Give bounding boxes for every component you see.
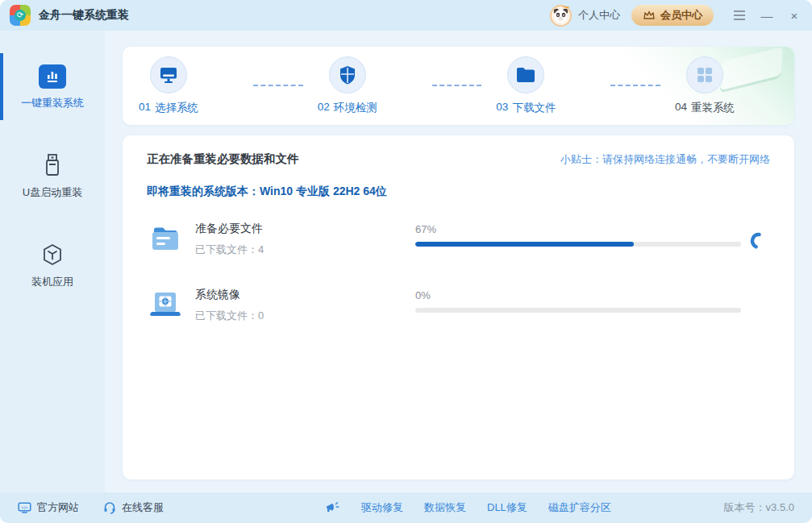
user-center-link[interactable]: 个人中心 bbox=[578, 8, 620, 23]
folder-icon bbox=[507, 56, 544, 93]
megaphone-icon bbox=[325, 501, 340, 514]
shield-icon bbox=[329, 56, 366, 93]
sidebar-item-usb-reinstall[interactable]: U盘启动重装 bbox=[0, 147, 105, 205]
step-number: 04 bbox=[675, 101, 687, 115]
task-downloaded-count: 已下载文件：4 bbox=[195, 243, 264, 257]
monitor-icon bbox=[150, 56, 187, 93]
version-label: 版本号：v3.5.0 bbox=[724, 500, 794, 515]
step-download-files: 03下载文件 bbox=[496, 56, 599, 115]
step-connector bbox=[253, 85, 303, 86]
task-name: 准备必要文件 bbox=[195, 222, 264, 236]
task-row-prepare-files: 准备必要文件 已下载文件：4 67% bbox=[147, 222, 770, 257]
online-support-link[interactable]: 在线客服 bbox=[103, 500, 164, 515]
task-percent: 0% bbox=[415, 289, 741, 301]
window-title: 金舟一键系统重装 bbox=[39, 8, 129, 23]
recycle-icon: ⟳ bbox=[15, 10, 26, 21]
usb-drive-icon bbox=[40, 152, 65, 178]
cube-icon bbox=[40, 242, 65, 268]
progress-fill bbox=[415, 242, 634, 247]
task-downloaded-count: 已下载文件：0 bbox=[195, 309, 264, 323]
monitor-icon: </> bbox=[18, 502, 31, 514]
step-number: 02 bbox=[318, 101, 330, 115]
minimize-button[interactable]: — bbox=[760, 9, 773, 22]
app-logo-icon: ⟳ bbox=[10, 5, 31, 26]
avatar[interactable] bbox=[550, 5, 572, 27]
sidebar-item-label: U盘启动重装 bbox=[23, 185, 82, 200]
close-button[interactable]: × bbox=[788, 9, 801, 22]
member-center-button[interactable]: 会员中心 bbox=[631, 5, 714, 26]
step-label: 下载文件 bbox=[512, 101, 556, 115]
headset-icon bbox=[103, 501, 116, 514]
step-label: 选择系统 bbox=[155, 101, 198, 115]
step-reinstall-system: 04重装系统 bbox=[675, 56, 778, 115]
step-number: 03 bbox=[496, 101, 508, 115]
disk-partition-link[interactable]: 磁盘扩容分区 bbox=[548, 500, 611, 515]
progress-bar bbox=[415, 308, 741, 313]
task-percent: 67% bbox=[415, 223, 741, 235]
network-tip: 小贴士：请保持网络连接通畅，不要断开网络 bbox=[560, 152, 770, 167]
loading-spinner-icon bbox=[749, 231, 768, 251]
step-select-system: 01选择系统 bbox=[139, 56, 242, 115]
target-version-line: 即将重装的系统版本：Win10 专业版 22H2 64位 bbox=[147, 185, 770, 199]
bar-chart-icon bbox=[39, 64, 66, 89]
dll-repair-link[interactable]: DLL修复 bbox=[487, 500, 527, 515]
sidebar-item-one-key-reinstall[interactable]: 一键重装系统 bbox=[0, 60, 105, 115]
step-connector bbox=[432, 85, 482, 86]
grid-icon bbox=[686, 56, 723, 93]
svg-text:</>: </> bbox=[21, 504, 28, 509]
task-name: 系统镜像 bbox=[195, 288, 264, 302]
member-center-label: 会员中心 bbox=[660, 8, 702, 23]
download-progress-panel: 正在准备重装必要数据和文件 小贴士：请保持网络连接通畅，不要断开网络 即将重装的… bbox=[123, 135, 794, 479]
progress-bar bbox=[415, 242, 741, 247]
laptop-image-icon bbox=[147, 288, 184, 322]
step-connector bbox=[610, 85, 660, 86]
step-environment-check: 02环境检测 bbox=[318, 56, 421, 115]
footer-link-label: 在线客服 bbox=[122, 500, 164, 515]
step-label: 环境检测 bbox=[334, 101, 377, 115]
official-website-link[interactable]: </> 官方网站 bbox=[18, 500, 79, 515]
footer-bar: </> 官方网站 在线客服 bbox=[0, 492, 812, 523]
footer-link-label: 官方网站 bbox=[37, 500, 79, 515]
driver-repair-link[interactable]: 驱动修复 bbox=[361, 500, 403, 515]
step-number: 01 bbox=[139, 101, 151, 115]
menu-icon[interactable] bbox=[733, 9, 746, 22]
data-recovery-link[interactable]: 数据恢复 bbox=[424, 500, 466, 515]
status-title: 正在准备重装必要数据和文件 bbox=[147, 152, 299, 167]
sidebar: 一键重装系统 U盘启动重装 装机应用 bbox=[0, 31, 105, 492]
main-area: 01选择系统 02环境检测 bbox=[105, 31, 812, 492]
steps-panel: 01选择系统 02环境检测 bbox=[123, 47, 794, 125]
folder-files-icon bbox=[147, 222, 184, 255]
sidebar-item-label: 一键重装系统 bbox=[21, 96, 84, 110]
sidebar-item-install-apps[interactable]: 装机应用 bbox=[0, 237, 105, 294]
step-label: 重装系统 bbox=[691, 101, 735, 115]
title-bar: ⟳ 金舟一键系统重装 个人中心 会员中心 bbox=[0, 0, 812, 31]
sidebar-item-label: 装机应用 bbox=[31, 275, 73, 289]
app-window: ⟳ 金舟一键系统重装 个人中心 会员中心 bbox=[0, 0, 812, 523]
task-row-system-image: 系统镜像 已下载文件：0 0% bbox=[147, 288, 770, 323]
crown-icon bbox=[643, 10, 656, 21]
